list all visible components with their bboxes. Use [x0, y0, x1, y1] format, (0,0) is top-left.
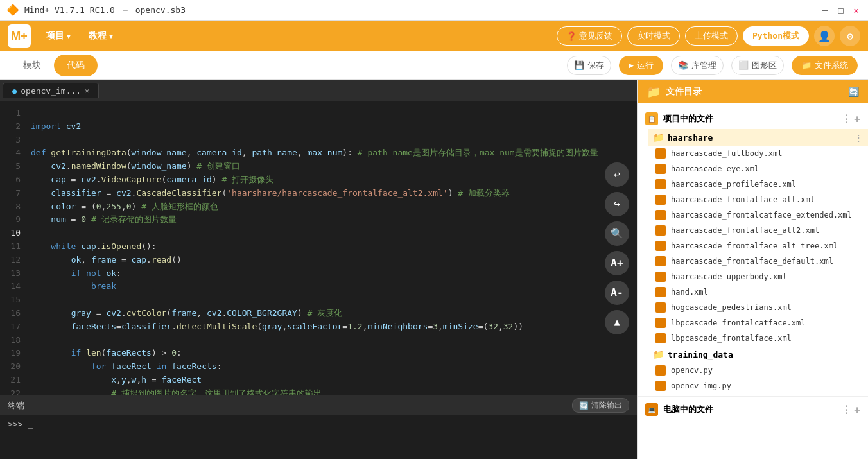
- save-button[interactable]: 💾 保存: [567, 56, 611, 75]
- file-icon: [655, 381, 666, 391]
- code-wrapper: 1 2 3 4 5 6 7 8 9 10 11 12 13 14 15 16 1…: [0, 101, 637, 395]
- file-opencv-img-py[interactable]: opencv_img.py: [648, 378, 868, 394]
- upload-fab[interactable]: ▲: [605, 310, 629, 334]
- lib-icon: 📚: [678, 60, 688, 70]
- font-decrease-fab[interactable]: A-: [605, 281, 629, 305]
- toolbar: 模块 代码 💾 保存 ▶ 运行 📚 库管理 ⬜ 图形区 📁 文件系统: [0, 51, 868, 80]
- feedback-label: 意见反馈: [579, 30, 612, 42]
- training-folder-icon: 📁: [653, 349, 664, 359]
- line-num: 12: [5, 254, 21, 267]
- computer-section-label: 电脑中的文件: [663, 404, 713, 415]
- minimize-btn[interactable]: ─: [820, 5, 830, 15]
- file-haarcascade-frontalface-default[interactable]: haarcascade_frontalface_default.xml: [648, 254, 868, 269]
- haarshare-files: haarcascade_fullbody.xml haarcascade_eye…: [648, 146, 868, 346]
- lib-manage-button[interactable]: 📚 库管理: [671, 56, 724, 75]
- file-hogcascade-pedestrians[interactable]: hogcascade_pedestrians.xml: [648, 300, 868, 315]
- file-icon: [655, 333, 666, 343]
- terminal-content[interactable]: >>> _: [0, 415, 637, 459]
- project-section-add[interactable]: +: [854, 113, 860, 125]
- computer-section-add[interactable]: +: [854, 404, 860, 416]
- line-num: 19: [5, 347, 21, 360]
- project-section-label: 项目中的文件: [663, 113, 713, 125]
- line-num: 20: [5, 360, 21, 374]
- window-controls[interactable]: ─ □ ✕: [820, 5, 862, 15]
- feedback-button[interactable]: ❓ 意见反馈: [557, 26, 622, 46]
- fab-buttons: ↩ ↪ 🔍 A+ A- ▲: [605, 162, 629, 334]
- file-icon: [655, 365, 666, 376]
- file-tab-close[interactable]: ✕: [85, 87, 89, 95]
- line-num: 15: [5, 293, 21, 307]
- line-num: 8: [5, 200, 21, 214]
- menu-tutorial-arrow: ▼: [109, 33, 113, 40]
- computer-section: 💻 电脑中的文件 ⋮ +: [638, 399, 868, 420]
- file-hand[interactable]: hand.xml: [648, 284, 868, 300]
- haarshare-more[interactable]: ⋮: [855, 133, 863, 143]
- graphics-button[interactable]: ⬜ 图形区: [731, 56, 784, 75]
- feedback-icon: ❓: [566, 31, 577, 41]
- line-num: 17: [5, 320, 21, 334]
- file-haarcascade-frontalcatface-ext[interactable]: haarcascade_frontalcatface_extended.xml: [648, 207, 868, 223]
- haarshare-folder-header[interactable]: 📁 haarshare ⋮: [648, 129, 868, 146]
- line-num: 5: [5, 160, 21, 173]
- python-mode-btn[interactable]: Python模式: [743, 26, 809, 46]
- close-btn[interactable]: ✕: [851, 5, 862, 15]
- maximize-btn[interactable]: □: [835, 5, 846, 15]
- line-num: 18: [5, 334, 21, 347]
- file-haarcascade-frontalface-alt-tree[interactable]: haarcascade_frontalface_alt_tree.xml: [648, 238, 868, 254]
- file-panel-icon: 📁: [647, 85, 661, 98]
- clear-output-button[interactable]: 🔄 清除输出: [572, 398, 629, 413]
- file-title: opencv.sb3: [135, 5, 186, 15]
- file-lbpcascade-frontalface[interactable]: lbpcascade_frontalface.xml: [648, 331, 868, 346]
- line-num: 10: [5, 227, 21, 240]
- menu-project[interactable]: 项目 ▼: [39, 26, 78, 46]
- project-section-header[interactable]: 📋 项目中的文件 ⋮ +: [638, 108, 868, 129]
- computer-section-more[interactable]: ⋮: [841, 404, 851, 416]
- computer-section-header[interactable]: 💻 电脑中的文件 ⋮ +: [638, 399, 868, 420]
- menubar: M+ 项目 ▼ 教程 ▼ ❓ 意见反馈 实时模式 上传模式 Python模式 👤…: [0, 21, 868, 51]
- file-tabs: ● opencv_im... ✕: [0, 80, 637, 101]
- line-num: 2: [5, 120, 21, 134]
- root-files: opencv.py opencv_img.py: [638, 363, 868, 394]
- code-editor[interactable]: import cv2 def getTrainingData(window_na…: [26, 101, 637, 395]
- file-opencv-py[interactable]: opencv.py: [648, 363, 868, 378]
- haarshare-folder-name: haarshare: [668, 133, 713, 143]
- run-icon: ▶: [629, 60, 634, 70]
- tab-blocks[interactable]: 模块: [10, 55, 54, 76]
- undo-fab[interactable]: ↩: [605, 162, 629, 187]
- file-icon: [655, 148, 666, 159]
- toolbar-actions: 💾 保存 ▶ 运行 📚 库管理 ⬜ 图形区 📁 文件系统: [567, 56, 858, 75]
- run-button[interactable]: ▶ 运行: [619, 56, 663, 75]
- file-haarcascade-profileface[interactable]: haarcascade_profileface.xml: [648, 177, 868, 192]
- line-num: 3: [5, 134, 21, 147]
- file-lbpcascade-frontalcatface[interactable]: lbpcascade_frontalcatface.xml: [648, 315, 868, 331]
- file-haarcascade-fullbody[interactable]: haarcascade_fullbody.xml: [648, 146, 868, 161]
- project-section-more[interactable]: ⋮: [841, 113, 851, 125]
- line-num: 7: [5, 187, 21, 200]
- filesystem-button[interactable]: 📁 文件系统: [792, 56, 858, 75]
- file-haarcascade-frontalface-alt[interactable]: haarcascade_frontalface_alt.xml: [648, 192, 868, 207]
- haarshare-folder-icon: 📁: [653, 132, 664, 143]
- file-haarcascade-eye[interactable]: haarcascade_eye.xml: [648, 161, 868, 177]
- file-haarcascade-frontalface-alt2[interactable]: haarcascade_frontalface_alt2.xml: [648, 223, 868, 238]
- training-folder-header[interactable]: 📁 training_data: [648, 346, 868, 363]
- redo-fab[interactable]: ↪: [605, 192, 629, 216]
- file-haarcascade-upperbody[interactable]: haarcascade_upperbody.xml: [648, 269, 868, 284]
- line-num: 13: [5, 267, 21, 281]
- line-num: 14: [5, 280, 21, 293]
- settings-btn[interactable]: ⚙️: [840, 26, 860, 46]
- line-num: 6: [5, 173, 21, 187]
- realtime-mode-btn[interactable]: 实时模式: [627, 26, 680, 46]
- search-fab[interactable]: 🔍: [605, 221, 629, 246]
- menu-tutorial[interactable]: 教程 ▼: [81, 26, 121, 46]
- file-icon: [655, 195, 666, 205]
- font-increase-fab[interactable]: A+: [605, 251, 629, 275]
- editor-area: ● opencv_im... ✕ 1 2 3 4 5 6 7 8 9 10 11…: [0, 80, 637, 459]
- menubar-left: M+ 项目 ▼ 教程 ▼: [8, 24, 121, 48]
- tab-code[interactable]: 代码: [54, 55, 98, 76]
- upload-mode-btn[interactable]: 上传模式: [685, 26, 738, 46]
- file-tab-opencv[interactable]: ● opencv_im... ✕: [3, 83, 99, 98]
- avatar-btn[interactable]: 👤: [814, 26, 835, 46]
- file-panel-refresh[interactable]: 🔄: [848, 87, 859, 97]
- file-icon: [655, 164, 666, 174]
- file-icon: [655, 256, 666, 266]
